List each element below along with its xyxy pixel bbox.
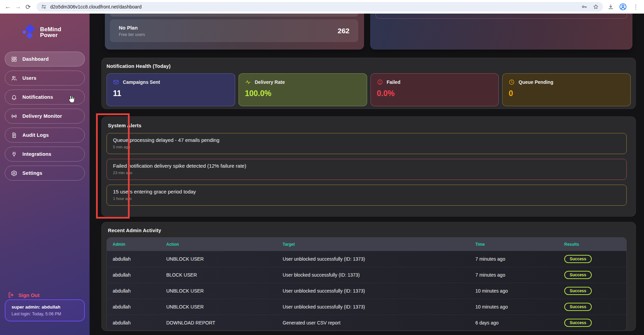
document-icon (11, 132, 17, 138)
plan-subtitle: Free tier users (119, 32, 145, 37)
cell-time: 7 minutes ago (475, 272, 564, 278)
envelope-icon (113, 79, 119, 85)
cell-admin: abdullah (107, 304, 166, 310)
stat-label: Queue Pending (518, 79, 553, 85)
status-badge: Success (564, 287, 592, 295)
sidebar-nav: DashboardUsersNotificationsDelivery Moni… (0, 52, 90, 181)
cell-admin: abdullah (107, 272, 166, 278)
stat-label: Delivery Rate (255, 79, 285, 85)
status-badge: Success (564, 255, 592, 263)
sidebar-item-notifications[interactable]: Notifications (5, 90, 85, 105)
stat-label: Failed (387, 79, 400, 85)
admin-name: super admin: abdullah (12, 304, 78, 310)
browser-menu-icon[interactable]: ⋮ (632, 4, 639, 10)
password-key-icon[interactable] (581, 4, 587, 10)
system-alert-item: Failed notification delivery spike detec… (107, 159, 627, 180)
system-alert-item: Queue processing delayed - 47 emails pen… (107, 133, 627, 154)
admin-activity-table: AdminActionTargetTimeResultsabdullahUNBL… (107, 237, 627, 331)
status-badge: Success (564, 271, 592, 279)
users-icon (11, 75, 17, 81)
sidebar-item-dashboard[interactable]: Dashboard (5, 52, 85, 67)
cell-admin: abdullah (107, 256, 166, 262)
system-alerts-section: System Alerts Queue processing delayed -… (101, 116, 636, 217)
system-alerts-title: System Alerts (108, 123, 627, 128)
alert-timestamp: 1 hour ago (113, 197, 620, 201)
bell-icon (11, 94, 17, 100)
stat-card-failed: Failed0.0% (371, 73, 499, 106)
last-login: Last login: Today, 5:06 PM (12, 312, 78, 316)
alert-message: 15 users entering grace period today (113, 189, 620, 194)
download-icon[interactable] (608, 4, 614, 10)
cell-action: UNBLOCK USER (166, 304, 283, 310)
url-text[interactable]: d2o5dm306v1cc8.cloudfront.net/dashboard (50, 4, 581, 10)
sidebar-item-settings[interactable]: Settings (5, 166, 85, 181)
clock-icon (509, 79, 515, 85)
column-header-admin: Admin (107, 242, 166, 247)
sidebar-item-label: Settings (22, 170, 42, 176)
cell-target: User unblocked successfully (ID: 1373) (283, 256, 475, 262)
brand-logo: BeMind Power (22, 24, 90, 40)
admin-activity-section: Recent Admin Activity AdminActionTargetT… (101, 222, 636, 331)
cell-time: 10 minutes ago (475, 304, 564, 310)
broadcast-icon (11, 113, 17, 119)
brand-name-line2: Power (40, 32, 61, 38)
sidebar-item-delivery-monitor[interactable]: Delivery Monitor (5, 109, 85, 124)
table-header-row: AdminActionTargetTimeResults (107, 238, 626, 251)
cell-time: 10 minutes ago (475, 288, 564, 294)
bookmark-star-icon[interactable] (593, 4, 599, 10)
column-header-time: Time (475, 242, 564, 247)
user-plans-card: No Plan Free tier users 262 (105, 14, 364, 50)
status-badge: Success (564, 303, 592, 311)
site-info-icon[interactable] (41, 4, 47, 10)
stat-card-campaigns-sent: Campaigns Sent11 (107, 73, 235, 106)
sidebar-item-audit-logs[interactable]: Audit Logs (5, 128, 85, 143)
cell-admin: abdullah (107, 320, 166, 325)
cell-action: DOWNLOAD REPORT (166, 320, 283, 325)
url-bar[interactable]: d2o5dm306v1cc8.cloudfront.net/dashboard (37, 2, 603, 12)
table-row: abdullahUNBLOCK USERUser unblocked succe… (107, 283, 626, 299)
sign-out-button[interactable]: Sign Out (7, 292, 40, 298)
profile-avatar-icon[interactable] (619, 3, 627, 11)
sidebar-item-label: Notifications (22, 94, 53, 100)
plan-count: 262 (338, 27, 349, 35)
stat-value: 0 (509, 89, 624, 98)
grid-icon (11, 56, 17, 62)
plan-row-cutoff (110, 14, 358, 17)
secondary-summary-card (370, 14, 632, 50)
notification-health-section: Notification Health (Today) Campaigns Se… (101, 58, 636, 109)
cell-action: BLOCK USER (166, 272, 283, 278)
cell-action: UNBLOCK USER (166, 256, 283, 262)
cell-action: UNBLOCK USER (166, 288, 283, 294)
no-plan-row[interactable]: No Plan Free tier users 262 (110, 19, 358, 42)
admin-activity-title: Recent Admin Activity (108, 228, 627, 233)
stat-value: 100.0% (245, 89, 361, 98)
browser-forward-button[interactable]: → (13, 2, 23, 12)
stat-card-delivery-rate: Delivery Rate100.0% (239, 73, 367, 106)
sidebar: BeMind Power DashboardUsersNotifications… (0, 14, 90, 335)
column-header-results: Results (564, 242, 626, 247)
table-row: abdullahBLOCK USERUser blocked successfu… (107, 267, 626, 283)
stat-label: Campaigns Sent (123, 79, 160, 85)
stat-card-queue-pending: Queue Pending0 (502, 73, 631, 106)
stat-value: 11 (113, 89, 229, 98)
cell-target: User unblocked successfully (ID: 1373) (283, 304, 475, 310)
activity-icon (245, 79, 251, 85)
sidebar-item-label: Users (22, 75, 36, 81)
column-header-action: Action (166, 242, 283, 247)
gear-icon (11, 170, 17, 176)
table-row: abdullahDOWNLOAD REPORTGenerated user CS… (107, 315, 626, 331)
sidebar-item-label: Delivery Monitor (22, 113, 62, 119)
cell-target: Generated user CSV report (283, 320, 475, 325)
sign-out-icon (7, 292, 14, 298)
browser-reload-button[interactable]: ⟳ (23, 2, 33, 12)
browser-toolbar: ← → ⟳ d2o5dm306v1cc8.cloudfront.net/dash… (0, 0, 644, 14)
browser-back-button[interactable]: ← (3, 2, 13, 12)
cell-admin: abdullah (107, 288, 166, 294)
sidebar-item-integrations[interactable]: Integrations (5, 147, 85, 162)
sign-out-label: Sign Out (18, 292, 40, 298)
alert-message: Failed notification delivery spike detec… (113, 163, 620, 169)
sidebar-item-users[interactable]: Users (5, 71, 85, 86)
brand-name-line1: BeMind (40, 26, 61, 32)
alert-timestamp: 5 min ago (113, 145, 620, 149)
cell-time: 7 minutes ago (475, 256, 564, 262)
